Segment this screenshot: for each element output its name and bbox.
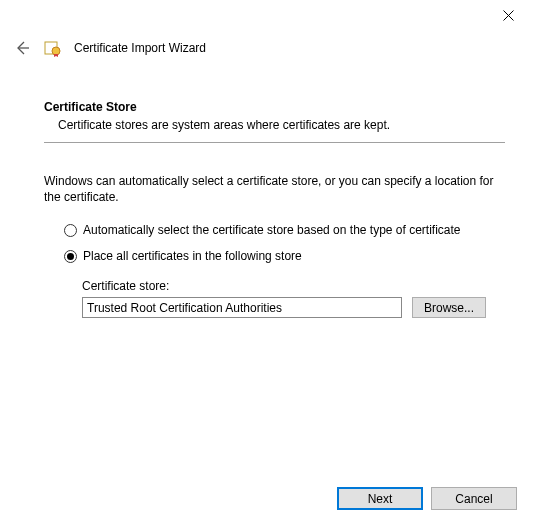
back-arrow-icon <box>14 40 30 56</box>
back-button[interactable] <box>12 38 32 58</box>
radio-icon <box>64 224 77 237</box>
section-description: Certificate stores are system areas wher… <box>58 118 505 132</box>
store-label: Certificate store: <box>82 279 505 293</box>
footer-buttons: Next Cancel <box>337 487 517 510</box>
auto-select-label: Automatically select the certificate sto… <box>83 223 461 237</box>
certificate-store-input[interactable] <box>82 297 402 318</box>
wizard-header: Certificate Import Wizard <box>12 38 521 58</box>
next-button[interactable]: Next <box>337 487 423 510</box>
section-title: Certificate Store <box>44 100 505 114</box>
store-selection-group: Automatically select the certificate sto… <box>64 223 505 263</box>
store-row: Browse... <box>82 297 505 318</box>
certificate-wizard-icon <box>44 39 62 57</box>
divider <box>44 142 505 143</box>
place-all-option[interactable]: Place all certificates in the following … <box>64 249 505 263</box>
radio-icon <box>64 250 77 263</box>
svg-point-4 <box>52 47 60 55</box>
store-block: Certificate store: Browse... <box>82 279 505 318</box>
close-icon <box>503 10 514 21</box>
close-button[interactable] <box>501 8 515 22</box>
auto-select-option[interactable]: Automatically select the certificate sto… <box>64 223 505 237</box>
intro-text: Windows can automatically select a certi… <box>44 173 505 205</box>
cancel-button[interactable]: Cancel <box>431 487 517 510</box>
content-area: Certificate Store Certificate stores are… <box>44 100 505 318</box>
wizard-title: Certificate Import Wizard <box>74 41 206 55</box>
place-all-label: Place all certificates in the following … <box>83 249 302 263</box>
browse-button[interactable]: Browse... <box>412 297 486 318</box>
